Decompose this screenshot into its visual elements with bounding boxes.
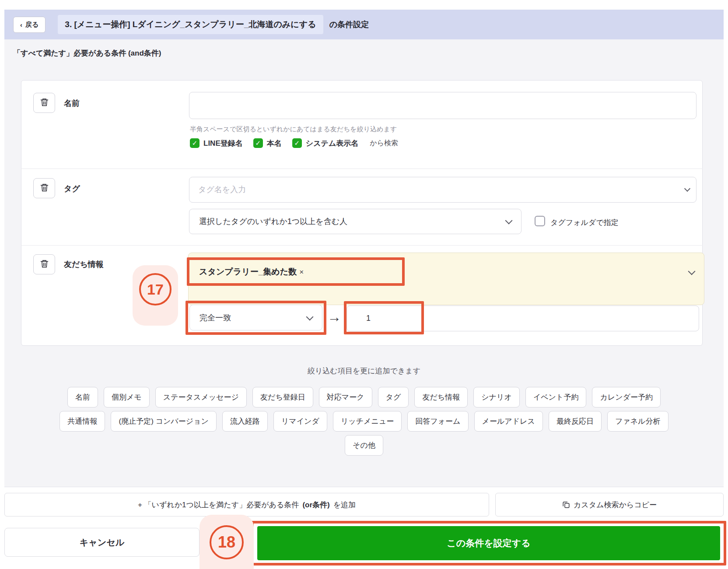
add-condition-chip[interactable]: リマインダ [273,411,327,432]
add-condition-chip[interactable]: 友だち情報 [414,387,468,407]
add-condition-chip[interactable]: 共通情報 [60,411,105,432]
and-condition-label: 「すべて満たす」必要がある条件 (and条件) [13,48,161,58]
checkbox-real-name[interactable]: ✓ [253,138,263,148]
tag-folder-checkbox[interactable] [535,216,545,226]
back-button[interactable]: ‹ 戻る [13,17,46,33]
check-icon: ✓ [255,139,261,147]
add-condition-chip[interactable]: タグ [378,387,409,407]
row-divider [21,245,703,246]
add-condition-chip[interactable]: ステータスメッセージ [155,387,247,407]
page-title-suffix: の条件設定 [329,19,369,30]
chevron-left-icon: ‹ [20,21,22,28]
copy-icon [562,501,570,509]
add-condition-row-3: その他 [0,435,728,456]
add-more-hint: 絞り込む項目を更に追加できます [0,366,728,376]
row-divider [21,169,703,169]
back-button-label: 戻る [25,21,38,29]
friend-info-multiselect[interactable] [188,253,704,305]
check-icon: ✓ [192,139,198,147]
add-condition-chip[interactable]: その他 [345,435,383,456]
tag-row-label: タグ [64,183,80,194]
add-condition-chip[interactable]: 個別メモ [104,387,150,407]
arrow-right-icon: → [327,309,341,325]
name-search-input[interactable] [189,92,696,119]
annotation-step-18: 18 [200,515,254,569]
add-condition-chip[interactable]: カレンダー予約 [592,387,661,407]
add-condition-row-1: 名前個別メモステータスメッセージ友だち登録日対応マークタグ友だち情報シナリオイベ… [0,387,728,407]
add-condition-chip[interactable]: シナリオ [473,387,520,407]
add-condition-chip[interactable]: 名前 [67,387,98,407]
delete-friend-info-condition-button[interactable] [33,254,55,274]
friend-info-match-type-select[interactable]: 完全一致 [189,305,322,330]
check-icon: ✓ [294,139,300,147]
add-condition-chip[interactable]: (廃止予定) コンバージョン [111,411,216,432]
add-condition-chip[interactable]: 最終反応日 [549,411,602,432]
trash-icon [40,183,49,193]
chevron-down-icon [688,268,696,275]
add-or-condition-button[interactable]: + 「いずれか1つ以上を満たす」必要がある条件(or条件)を追加 [4,493,489,516]
add-condition-chip[interactable]: 友だち登録日 [252,387,313,407]
tag-match-select[interactable]: 選択したタグのいずれか1つ以上を含む人 [189,209,522,234]
submit-condition-button[interactable]: この条件を設定する [257,526,720,560]
annotation-step-17: 17 [133,265,178,326]
name-row-label: 名前 [64,98,80,109]
trash-icon [40,98,49,108]
trash-icon [40,259,49,270]
add-condition-chip[interactable]: 対応マーク [319,387,372,407]
friend-info-value-input[interactable] [346,306,699,331]
checkbox-system-display-name[interactable]: ✓ [292,138,302,148]
add-condition-chip[interactable]: イベント予約 [525,387,587,407]
add-condition-chip[interactable]: 流入経路 [222,411,268,432]
selected-friend-info-chip: スタンプラリー_集めた数 × [199,266,304,277]
add-condition-chip[interactable]: ファネル分析 [607,411,668,432]
page-title: 3. [メニュー操作] Lダイニング_スタンプラリー_北海道のみにする [58,15,323,34]
name-help-text: 半角スペースで区切るといずれかにあてはまる友だちを絞り込めます [190,125,397,133]
remove-chip-icon[interactable]: × [299,268,304,277]
chevron-down-icon [505,217,513,225]
name-search-scope: ✓ LINE登録名 ✓ 本名 ✓ システム表示名 から検索 [190,137,398,150]
chevron-down-icon [306,313,314,320]
checkbox-line-name[interactable]: ✓ [190,138,200,148]
condition-settings-page: ‹ 戻る 3. [メニュー操作] Lダイニング_スタンプラリー_北海道のみにする… [0,0,728,569]
tag-name-input[interactable] [189,177,696,203]
add-condition-chip[interactable]: 回答フォーム [407,411,468,432]
header-bar: ‹ 戻る 3. [メニュー操作] Lダイニング_スタンプラリー_北海道のみにする… [4,10,724,39]
search-from-label: から検索 [370,139,398,148]
delete-name-condition-button[interactable] [33,93,55,113]
add-condition-chip[interactable]: メールアドレス [474,411,543,432]
step-18-number: 18 [210,525,244,559]
add-condition-row-2: 共通情報(廃止予定) コンバージョン流入経路リマインダリッチメニュー回答フォーム… [0,411,728,432]
friend-info-row-label: 友だち情報 [64,259,104,270]
step-17-number: 17 [139,273,172,306]
copy-from-custom-search-button[interactable]: カスタム検索からコピー [495,493,724,516]
add-condition-chip[interactable]: リッチメニュー [333,411,402,432]
delete-tag-condition-button[interactable] [33,178,55,198]
cancel-button[interactable]: キャンセル [4,528,200,557]
tag-folder-label: タグフォルダで指定 [550,218,619,228]
